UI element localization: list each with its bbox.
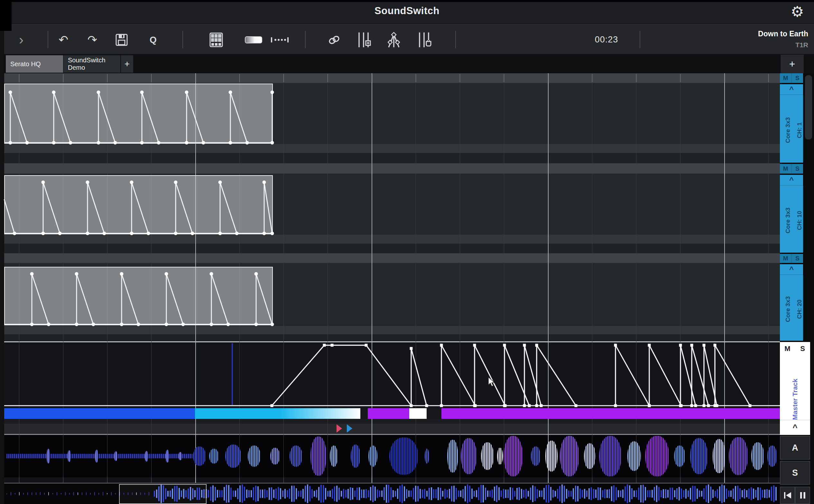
track1-header[interactable]: ^ Core 3x3 CH: 1 bbox=[780, 84, 803, 163]
track-name: Core 3x3 bbox=[780, 275, 791, 340]
solo-button: S bbox=[792, 73, 803, 83]
track-channel: CH: 10 bbox=[791, 186, 803, 252]
collapse-chevron-icon[interactable]: ^ bbox=[780, 175, 803, 185]
mute-button: M bbox=[780, 164, 792, 174]
collapse-chevron-icon[interactable]: ^ bbox=[780, 85, 803, 95]
cue-marker-2[interactable] bbox=[347, 424, 352, 433]
track-channel: CH: 20 bbox=[791, 275, 803, 340]
track3-header[interactable]: ^ Core 3x3 CH: 20 bbox=[780, 264, 803, 341]
transport-controls bbox=[780, 487, 810, 504]
cue-marker-1[interactable] bbox=[337, 424, 342, 433]
master-track-label: Master Track bbox=[791, 374, 799, 420]
track-name: Core 3x3 bbox=[780, 186, 791, 252]
skip-to-start-button[interactable] bbox=[780, 487, 795, 504]
mouse-cursor bbox=[488, 377, 497, 388]
skip-start-icon bbox=[783, 491, 792, 499]
pause-button[interactable] bbox=[795, 487, 810, 504]
track2-mute-solo[interactable]: MS bbox=[780, 164, 803, 174]
automation-mode-button[interactable]: A bbox=[780, 436, 810, 460]
automation-curves bbox=[0, 0, 814, 504]
track3-mute-solo[interactable]: MS bbox=[780, 254, 803, 263]
track1-mute-solo[interactable]: MS bbox=[780, 73, 803, 83]
track-name: Core 3x3 bbox=[780, 95, 791, 162]
solo-button: S bbox=[795, 342, 810, 355]
master-collapse-chevron[interactable]: ^ bbox=[780, 420, 810, 435]
mute-button: M bbox=[780, 73, 792, 83]
track-channel: CH: 1 bbox=[791, 95, 803, 162]
mute-button: M bbox=[780, 342, 795, 355]
soundswitch-window: SoundSwitch ⚙ › ↶ ↷ Q bbox=[0, 0, 814, 504]
solo-mode-button[interactable]: S bbox=[780, 461, 810, 485]
track2-header[interactable]: ^ Core 3x3 CH: 10 bbox=[780, 175, 803, 253]
master-track-header[interactable]: Master Track bbox=[780, 355, 810, 420]
solo-button: S bbox=[792, 164, 803, 174]
master-mute-solo[interactable]: MS bbox=[780, 342, 810, 356]
solo-button: S bbox=[792, 254, 803, 263]
mute-button: M bbox=[780, 254, 792, 263]
scrollbar-thumb[interactable] bbox=[805, 75, 812, 139]
pause-icon bbox=[800, 491, 806, 499]
collapse-chevron-icon[interactable]: ^ bbox=[780, 265, 803, 275]
